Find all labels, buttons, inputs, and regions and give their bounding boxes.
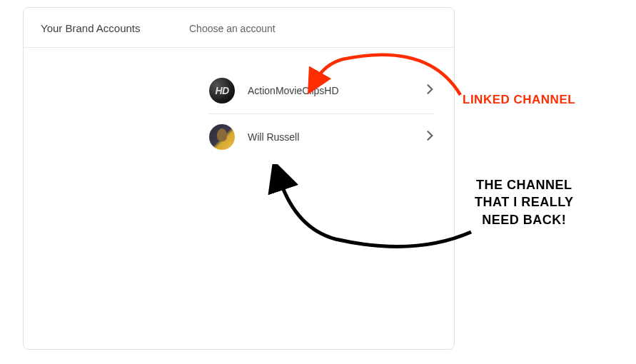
card-title: Your Brand Accounts	[41, 22, 189, 34]
card-subtitle: Choose an account	[189, 23, 276, 34]
avatar-person-icon	[209, 124, 235, 150]
card-header: Your Brand Accounts Choose an account	[24, 8, 454, 48]
chevron-right-icon	[427, 84, 434, 97]
account-name: ActionMovieClipsHD	[248, 85, 427, 96]
annotation-line: THAT I REALLY	[475, 195, 574, 209]
annotation-linked-channel: LINKED CHANNEL	[463, 93, 575, 107]
account-item-willrussell[interactable]: Will Russell	[209, 114, 434, 160]
annotation-line: THE CHANNEL	[476, 178, 572, 192]
accounts-list: HD ActionMovieClipsHD Will Russell	[24, 48, 454, 160]
annotation-line: NEED BACK!	[482, 213, 566, 227]
avatar-hd-icon: HD	[209, 78, 235, 103]
chevron-right-icon	[427, 131, 434, 143]
brand-accounts-card: Your Brand Accounts Choose an account HD…	[23, 7, 455, 350]
annotation-need-back: THE CHANNEL THAT I REALLY NEED BACK!	[475, 176, 574, 228]
account-name: Will Russell	[248, 131, 427, 143]
account-item-actionmovieclipshd[interactable]: HD ActionMovieClipsHD	[209, 68, 434, 114]
